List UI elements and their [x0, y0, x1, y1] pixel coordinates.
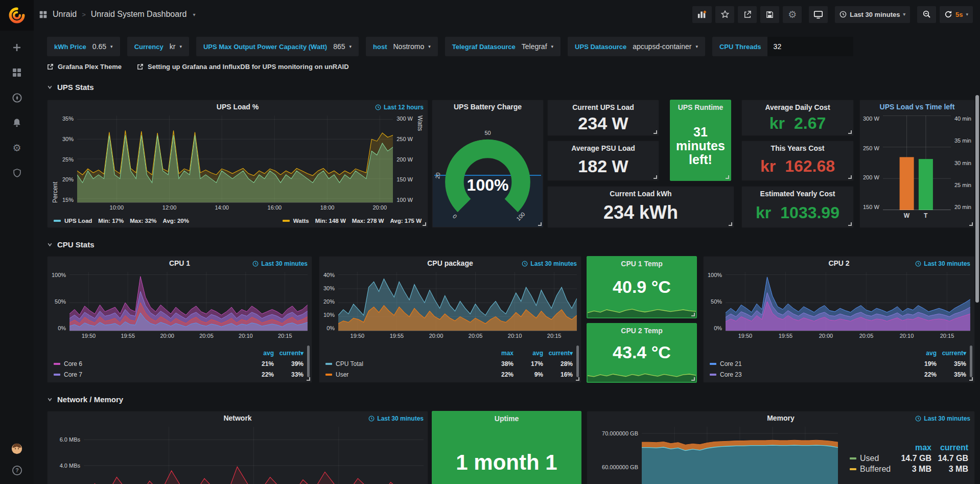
breadcrumb-root[interactable]: Unraid — [53, 10, 77, 19]
save-button[interactable] — [760, 6, 779, 23]
resize-handle[interactable] — [729, 222, 732, 226]
chevron-down-icon[interactable]: ▾ — [193, 12, 195, 17]
legend-scrollbar[interactable] — [576, 345, 579, 377]
link-ups-monitoring-guide[interactable]: Setting up Grafana and InfluxDB for UPS … — [137, 63, 349, 71]
server-admin-shield-icon[interactable] — [11, 167, 22, 178]
legend-series-toggle[interactable]: CPU Total — [325, 360, 484, 367]
legend-sort-header[interactable]: current▾ — [937, 350, 966, 357]
dashboards-icon[interactable] — [11, 67, 22, 78]
panel-title[interactable]: Average PSU Load — [548, 144, 659, 152]
share-button[interactable] — [738, 6, 757, 23]
legend-scrollbar[interactable] — [970, 345, 972, 377]
resize-handle[interactable] — [654, 175, 657, 179]
zoom-out-button[interactable] — [917, 6, 936, 23]
variable-dropdown[interactable]: 0.65▾ — [92, 42, 118, 51]
variable-dropdown[interactable]: kr▾ — [170, 42, 187, 51]
legend-sort-header[interactable]: current — [931, 443, 968, 452]
resize-handle[interactable] — [848, 222, 852, 226]
legend-series-toggle[interactable]: Core 21 — [710, 360, 907, 367]
resize-handle[interactable] — [848, 130, 852, 134]
panel-title[interactable]: UPS Load % — [217, 103, 259, 111]
panel-title[interactable]: CPU 1 — [169, 259, 190, 267]
panel-title[interactable]: CPU 2 Temp — [587, 327, 696, 335]
resize-handle[interactable] — [691, 313, 695, 316]
panel-title[interactable]: Uptime — [432, 414, 581, 423]
section-cpu-stats[interactable]: CPU Stats — [47, 240, 980, 249]
section-ups-stats[interactable]: UPS Stats — [47, 83, 980, 91]
panel-time-range-link[interactable]: Last 30 minutes — [915, 415, 970, 422]
help-icon[interactable]: ? — [11, 465, 22, 476]
time-range-picker[interactable]: Last 30 minutes ▾ — [835, 6, 910, 23]
resize-handle[interactable] — [691, 377, 695, 381]
resize-handle[interactable] — [969, 377, 973, 381]
panel-title[interactable]: UPS Load vs Time left — [880, 103, 955, 111]
legend-series-toggle[interactable]: User — [325, 371, 484, 378]
panel-time-range-link[interactable]: Last 30 minutes — [522, 260, 577, 267]
panel-title[interactable]: Current UPS Load — [548, 103, 659, 111]
legend-series-toggle[interactable]: Core 23 — [710, 371, 907, 378]
resize-handle[interactable] — [726, 175, 729, 179]
cpu-threads-input[interactable]: 32 — [767, 37, 853, 56]
legend-series-toggle[interactable]: Buffered — [850, 465, 895, 474]
legend-series-toggle[interactable]: Used — [850, 454, 895, 463]
chart-plot[interactable] — [84, 427, 424, 484]
resize-handle[interactable] — [538, 222, 542, 226]
variable-dropdown[interactable]: 865▾ — [333, 42, 357, 51]
panel-time-range-link[interactable]: Last 12 hours — [375, 104, 424, 111]
panel-time-range-link[interactable]: Last 30 minutes — [252, 260, 308, 267]
create-plus-icon[interactable] — [11, 42, 22, 53]
star-button[interactable] — [715, 6, 734, 23]
chart-plot[interactable]: 19:5019:5520:0020:0520:1020:15 — [69, 272, 308, 331]
dashboard-settings-button[interactable]: ⚙ — [783, 6, 802, 23]
chart-plot[interactable]: 19:5019:5520:0020:0520:1020:15 — [338, 272, 577, 331]
resize-handle[interactable] — [969, 222, 973, 226]
legend-scrollbar[interactable] — [307, 345, 310, 377]
panel-title[interactable]: Estimated Yearly Cost — [742, 190, 853, 198]
legend-sort-header[interactable]: avg — [244, 350, 274, 357]
chart-plot[interactable]: 10:0012:0014:0016:0018:0020:00 — [77, 116, 393, 203]
legend-sort-header[interactable]: max — [484, 350, 514, 357]
panel-time-range-link[interactable]: Last 30 minutes — [368, 415, 424, 422]
panel-title[interactable]: CPU package — [427, 259, 473, 267]
alerting-bell-icon[interactable] — [11, 117, 22, 128]
panel-time-range-link[interactable]: Last 30 minutes — [915, 260, 970, 267]
user-avatar[interactable] — [11, 443, 22, 454]
refresh-button[interactable]: 5s ▾ — [940, 6, 973, 23]
panel-title[interactable]: CPU 2 — [828, 259, 849, 267]
variable-dropdown[interactable]: Nostromo▾ — [393, 42, 435, 51]
legend-item[interactable]: WattsMin: 148 WMax: 278 WAvg: 175 W — [283, 218, 422, 224]
dashboard-grid-icon[interactable] — [39, 10, 48, 19]
refresh-interval-label[interactable]: 5s — [955, 11, 963, 18]
resize-handle[interactable] — [848, 175, 852, 179]
section-network-memory[interactable]: Network / Memory — [47, 395, 980, 404]
resize-handle[interactable] — [307, 377, 310, 381]
panel-title[interactable]: Network — [223, 414, 251, 422]
legend-series-toggle[interactable]: Core 7 — [54, 371, 244, 378]
chart-plot[interactable]: WT — [883, 116, 951, 210]
explore-compass-icon[interactable] — [11, 92, 22, 103]
grafana-logo[interactable] — [0, 0, 34, 31]
panel-title[interactable]: Current Load kWh — [548, 190, 734, 198]
page-scrollbar[interactable] — [975, 95, 979, 303]
link-grafana-plex-theme[interactable]: Grafana Plex Theme — [47, 63, 122, 71]
configuration-gear-icon[interactable]: ⚙ — [11, 142, 22, 153]
legend-sort-header[interactable]: avg — [907, 350, 937, 357]
resize-handle[interactable] — [576, 377, 579, 381]
panel-title[interactable]: UPS Battery Charge — [454, 103, 522, 111]
panel-title[interactable]: CPU 1 Temp — [587, 260, 696, 268]
variable-dropdown[interactable]: apcupsd-container▾ — [633, 42, 703, 51]
resize-handle[interactable] — [423, 222, 426, 226]
legend-sort-header[interactable]: avg — [514, 350, 543, 357]
panel-title[interactable]: Memory — [767, 414, 795, 422]
legend-sort-header[interactable]: current▾ — [274, 350, 304, 357]
resize-handle[interactable] — [654, 130, 657, 134]
variable-dropdown[interactable]: Telegraf▾ — [522, 42, 558, 51]
legend-series-toggle[interactable]: Core 6 — [54, 360, 244, 367]
chart-plot[interactable]: 19:5019:5520:0020:0520:1020:15 — [726, 272, 970, 331]
chart-plot[interactable] — [642, 427, 838, 484]
add-panel-button[interactable] — [692, 6, 712, 23]
panel-title[interactable]: Average Daily Cost — [742, 103, 853, 111]
page-title[interactable]: Unraid System Dashboard — [91, 10, 187, 19]
legend-sort-header[interactable]: max — [895, 443, 931, 452]
panel-title[interactable]: UPS Runtime — [670, 103, 731, 111]
